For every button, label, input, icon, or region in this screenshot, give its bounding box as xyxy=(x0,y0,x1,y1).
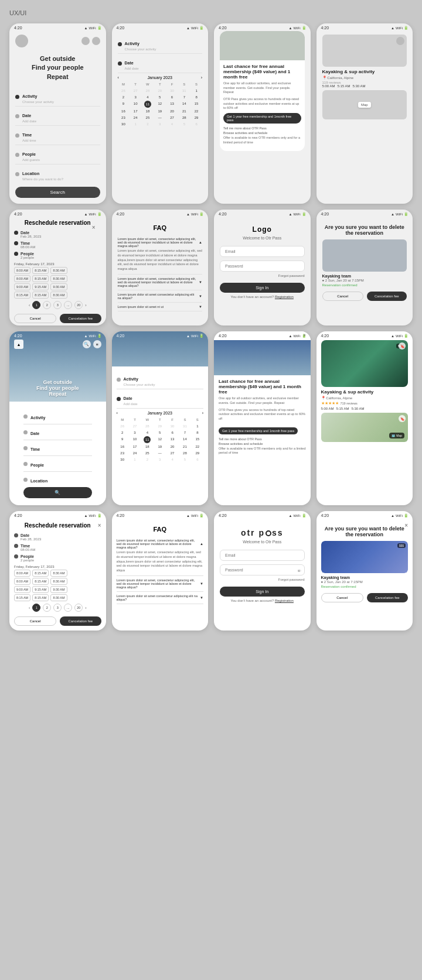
confirm-del-btn-1[interactable]: Cancelation fee xyxy=(367,292,407,301)
activity-times-1: 5:00 AM 5:15 AM 5:30 AM xyxy=(322,84,407,88)
cal-hero-bg: 4:20 ▲WiFi🔋 xyxy=(112,331,209,366)
colored-del-confirm[interactable]: Cancelation fee xyxy=(367,593,408,602)
cancel-del-btn-1[interactable]: Cancel xyxy=(322,292,363,301)
page-3[interactable]: 3 xyxy=(53,301,62,309)
promo-close-colored[interactable]: × xyxy=(298,333,310,337)
search-button-1[interactable]: Search xyxy=(15,187,100,198)
menu-icon-colored[interactable]: ≡ xyxy=(93,340,101,348)
page-1[interactable]: 1 xyxy=(32,301,40,309)
reschedule-close-colored[interactable]: × xyxy=(98,522,101,529)
form-location[interactable]: LocationWhere do you want to do? xyxy=(15,165,100,183)
time-slots-row-3: 9:00 AM 9:15 AM 9:30 AM xyxy=(14,283,101,290)
colored-cal-body: ActivityChoose your activity DateAdd dat… xyxy=(112,366,209,468)
dot-activity xyxy=(15,95,19,99)
colored-form-area: Activity Date Time People Location xyxy=(9,402,106,505)
email-input-wire[interactable] xyxy=(220,246,305,257)
cal-date-field[interactable]: DateAdd date xyxy=(118,54,203,73)
form-time[interactable]: TimeAdd time xyxy=(15,126,100,145)
colored-del-cancel[interactable]: Cancel xyxy=(321,593,363,602)
map-badge-colored: 🗺️ Map xyxy=(389,433,404,438)
cal-grid-1: M T W T F S S 2627282930311 2345678 9101… xyxy=(118,81,203,127)
colored-reschedule-body: Reschedule reservation × Date Feb 28, 20… xyxy=(9,520,106,631)
cancel-btn-1[interactable]: Cancel xyxy=(14,314,56,323)
status-bar-1: 4:20 ▲WiFi🔋 xyxy=(9,23,106,31)
faq-chevron-4[interactable]: ▼ xyxy=(199,305,202,309)
reschedule-people-field: People 2 people xyxy=(14,252,101,259)
colored-date[interactable]: Date xyxy=(23,424,92,440)
dot-date xyxy=(15,114,19,118)
kayak-green-img: $$$ 🔖 xyxy=(321,340,409,387)
status-bar-promo1: 4:20 ▲WiFi🔋 xyxy=(214,23,311,31)
dot-people xyxy=(15,153,19,157)
cfaq-item-2: Lorem ipsum dolor sit amet, consectetur … xyxy=(117,576,204,592)
prev-page[interactable]: ‹ xyxy=(29,303,30,307)
status-bar-del1: 4:20 ▲WiFi🔋 xyxy=(316,210,413,217)
page-20[interactable]: 20 xyxy=(74,301,83,309)
colored-login-body: otr pss Welcome to Otr Pass 👁 Forgot pas… xyxy=(214,520,311,607)
colored-email-wrap xyxy=(220,549,305,563)
cres-confirm[interactable]: Cancelation fee xyxy=(60,616,101,626)
colored-time[interactable]: Time xyxy=(23,440,92,456)
cfaq-chevron-1[interactable]: ▲ xyxy=(200,542,203,546)
cal-activity-field[interactable]: ActivityChoose your activity xyxy=(118,35,203,54)
status-bar-cfaq: 4:20 ▲WiFi🔋 xyxy=(112,511,209,520)
prev-page-c[interactable]: ‹ xyxy=(29,606,30,610)
ccal-activity[interactable]: ActivityChoose your activity xyxy=(117,370,204,389)
page-2[interactable]: 2 xyxy=(43,301,51,309)
cpage-20[interactable]: 20 xyxy=(74,604,83,612)
cpage-3[interactable]: 3 xyxy=(53,604,62,612)
search-icon-colored[interactable]: 🔍 xyxy=(83,340,91,348)
eye-icon-colored[interactable]: 👁 xyxy=(297,568,301,573)
next-page-c[interactable]: › xyxy=(85,606,86,610)
colored-delete-close[interactable]: × xyxy=(404,522,408,529)
colored-calendar: ‹ January 2023 › MTWTFSS 2627282930311 2… xyxy=(117,409,204,465)
promo-cta-1[interactable]: Get 1 year free membership and 1month fr… xyxy=(223,113,301,124)
colored-password-wrap: 👁 xyxy=(220,563,305,578)
colored-reschedule-screen: 4:20 ▲WiFi🔋 Reschedule reservation × Dat… xyxy=(9,511,106,631)
register-link-wire[interactable]: Registration xyxy=(275,295,294,299)
form-people[interactable]: PeopleAdd guests xyxy=(15,145,100,165)
colored-password-input[interactable] xyxy=(220,564,305,575)
avatar-1 xyxy=(15,35,28,47)
colored-login-screen: 4:20 ▲WiFi🔋 otr pss Welcome to Otr Pass … xyxy=(214,511,311,631)
faq-chevron-2[interactable]: ▼ xyxy=(199,280,202,284)
faq-chevron-1[interactable]: ▲ xyxy=(199,241,202,244)
colored-faq-body: FAQ Lorem ipsum dolor sit amet, consecte… xyxy=(112,520,209,608)
cpage-2[interactable]: 2 xyxy=(43,604,51,612)
cpage-1[interactable]: 1 xyxy=(32,604,40,612)
next-page[interactable]: › xyxy=(85,303,86,307)
calendar-1: ‹ January 2023 › M T W T F S S 262728293… xyxy=(118,73,203,129)
form-activity[interactable]: ActivityChoose your activity xyxy=(15,87,100,107)
colored-faq-screen: 4:20 ▲WiFi🔋 FAQ Lorem ipsum dolor sit am… xyxy=(112,511,209,631)
form-date[interactable]: DateAdd date xyxy=(15,107,100,126)
colored-email-input[interactable] xyxy=(220,550,305,561)
ccal-date[interactable]: DateAdd date xyxy=(117,389,204,409)
cres-buttons: Cancel Cancelation fee xyxy=(14,616,101,626)
colored-map-img: 🗺️ Map 🔖 xyxy=(321,413,409,442)
cres-slots-4: 8:15 AM8:15 AM8:30 AM xyxy=(14,594,101,601)
status-bar-login1: 4:20 ▲WiFi🔋 xyxy=(214,210,311,217)
colored-people[interactable]: People xyxy=(23,456,92,472)
status-bar-cres: 4:20 ▲WiFi🔋 xyxy=(9,511,106,520)
faq-screen-1: 4:20 ▲WiFi🔋 FAQ Lorem ipsum dolor sit am… xyxy=(112,210,209,325)
status-bar-cpromo: 4:20 ▲WiFi🔋 xyxy=(214,331,311,340)
cres-slots-3: 9:00 AM9:15 AM9:30 AM xyxy=(14,586,101,593)
logo-icon-colored: ▲ xyxy=(14,340,23,349)
confirm-btn-1[interactable]: Cancelation fee xyxy=(60,314,101,323)
password-input-wire[interactable] xyxy=(220,261,305,272)
colored-sign-in-btn[interactable]: Sign In xyxy=(220,587,305,597)
faq-chevron-3[interactable]: ▼ xyxy=(199,294,202,298)
colored-register-link[interactable]: Registration xyxy=(275,599,294,602)
page-title: UX/UI xyxy=(9,9,413,16)
cfaq-chevron-2[interactable]: ▼ xyxy=(200,582,203,585)
colored-location[interactable]: Location xyxy=(23,472,92,487)
promo-card-1: Last chance for free annual membership (… xyxy=(220,31,305,151)
cfaq-chevron-3[interactable]: ▼ xyxy=(200,596,203,599)
colored-search-btn[interactable]: 🔍 xyxy=(23,487,92,498)
delete-buttons-1: Cancel Cancelation fee xyxy=(322,292,407,301)
colored-activity[interactable]: Activity xyxy=(23,409,92,424)
cres-cancel[interactable]: Cancel xyxy=(14,616,56,626)
colored-promo-cta[interactable]: Get 1 year free membership and 1month fr… xyxy=(219,427,298,434)
reschedule-close-1[interactable]: × xyxy=(92,224,96,231)
sign-in-btn-wire[interactable]: Sign In xyxy=(220,283,305,293)
